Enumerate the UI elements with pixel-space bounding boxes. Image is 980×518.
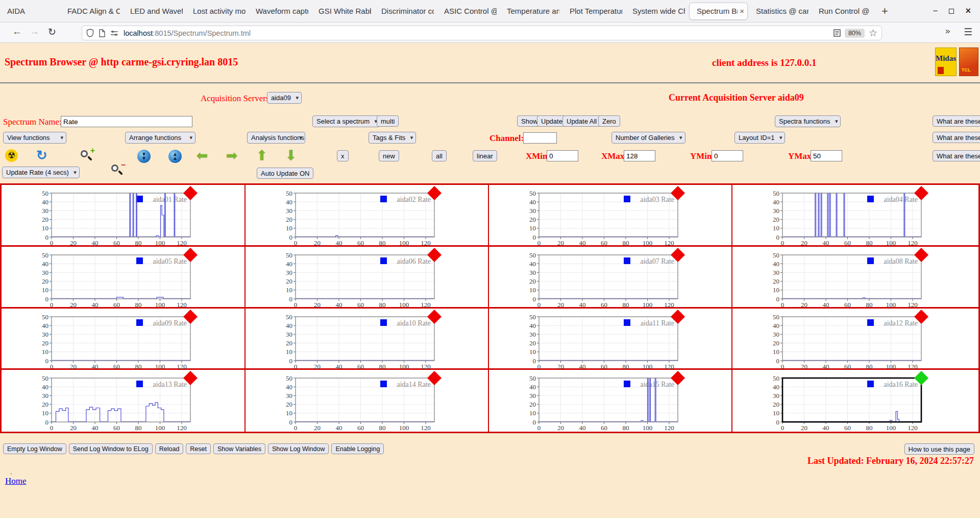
- spectrum-chart-aida13[interactable]: aida13 Rate01020304050020406080100120: [28, 370, 202, 432]
- shield-icon[interactable]: [86, 29, 94, 37]
- forward-icon[interactable]: →: [30, 26, 39, 37]
- update-all-button[interactable]: Update All: [562, 115, 601, 127]
- browser-tab-fadc-align-c[interactable]: FADC Align & C: [60, 0, 123, 22]
- overflow-chevrons-icon[interactable]: »: [945, 26, 950, 36]
- reload-icon[interactable]: ↻: [48, 26, 56, 38]
- spectrum-chart-aida16[interactable]: aida16 Rate01020304050020406080100120: [759, 370, 933, 432]
- spectrum-cell-aida07[interactable]: aida07 Rate01020304050020406080100120: [489, 247, 732, 309]
- radiation-icon[interactable]: ☢: [5, 149, 18, 162]
- spectrum-name-input[interactable]: [61, 116, 192, 127]
- spectrum-chart-aida10[interactable]: aida10 Rate01020304050020406080100120: [272, 309, 446, 371]
- what-are-these-button-1[interactable]: What are these?: [933, 115, 980, 127]
- spectrum-cell-aida09[interactable]: aida09 Rate01020304050020406080100120: [2, 309, 246, 370]
- zero-button[interactable]: Zero: [598, 115, 620, 127]
- browser-tab-asic-control[interactable]: ASIC Control @: [437, 0, 500, 22]
- xmax-input[interactable]: [624, 150, 655, 161]
- auto-update-button[interactable]: Auto Update ON: [257, 168, 313, 179]
- spectrum-cell-aida05[interactable]: aida05 Rate01020304050020406080100120: [2, 247, 246, 309]
- maximize-icon[interactable]: [949, 9, 954, 14]
- what-are-these-button-2[interactable]: What are these?: [933, 132, 980, 143]
- zoom-in-icon[interactable]: +: [80, 149, 94, 163]
- hamburger-menu-icon[interactable]: ☰: [964, 26, 972, 38]
- spectrum-chart-aida07[interactable]: aida07 Rate01020304050020406080100120: [516, 247, 689, 309]
- browser-tab-discriminator-co[interactable]: Discriminator co: [374, 0, 437, 22]
- page-icon[interactable]: [99, 29, 106, 37]
- spectrum-cell-aida15[interactable]: aida15 Rate01020304050020406080100120: [489, 370, 732, 432]
- reset-button[interactable]: Reset: [186, 443, 211, 454]
- spectrum-cell-aida11[interactable]: aida11 Rate01020304050020406080100120: [489, 309, 732, 370]
- browser-tab-statistics-car[interactable]: Statistics @ car: [749, 0, 812, 22]
- new-button[interactable]: new: [379, 150, 399, 161]
- spectrum-chart-aida04[interactable]: aida04 Rate01020304050020406080100120: [759, 185, 933, 247]
- update-rate-select[interactable]: Update Rate (4 secs)▾: [2, 167, 80, 178]
- how-to-use-button[interactable]: How to use this page: [904, 443, 974, 455]
- empty-log-window-button[interactable]: Empty Log Window: [3, 443, 66, 454]
- spectrum-cell-aida06[interactable]: aida06 Rate01020304050020406080100120: [246, 247, 489, 309]
- spectrum-chart-aida02[interactable]: aida02 Rate01020304050020406080100120: [272, 185, 446, 247]
- spectrum-cell-aida02[interactable]: aida02 Rate01020304050020406080100120: [246, 185, 489, 247]
- tab-close-icon[interactable]: ×: [740, 7, 744, 15]
- zoom-out-icon[interactable]: −: [110, 163, 125, 178]
- scroll-up-circle-icon[interactable]: ▲▲: [168, 149, 182, 163]
- spectrum-chart-aida11[interactable]: aida11 Rate01020304050020406080100120: [516, 309, 689, 371]
- spectra-functions-select[interactable]: Spectra functions▾: [775, 115, 841, 127]
- ymin-input[interactable]: [712, 150, 743, 161]
- arrow-right-icon[interactable]: ➡: [225, 148, 239, 162]
- arrow-down-icon[interactable]: ⬇: [284, 148, 298, 162]
- spectrum-chart-aida01[interactable]: aida01 Rate01020304050020406080100120: [28, 185, 202, 247]
- channel-input[interactable]: [523, 132, 557, 144]
- ymax-input[interactable]: [811, 150, 842, 161]
- view-functions-select[interactable]: View functions▾: [3, 132, 66, 144]
- browser-tab-lost-activity-mo[interactable]: Lost activity mo: [186, 0, 249, 22]
- spectrum-cell-aida13[interactable]: aida13 Rate01020304050020406080100120: [2, 370, 246, 432]
- url-text[interactable]: localhost:8015/Spectrum/Spectrum.tml: [124, 29, 834, 37]
- spectrum-cell-aida08[interactable]: aida08 Rate01020304050020406080100120: [732, 247, 978, 309]
- spectrum-chart-aida15[interactable]: aida15 Rate01020304050020406080100120: [516, 370, 689, 432]
- number-of-galleries-select[interactable]: Number of Galleries▾: [611, 132, 685, 144]
- reader-view-icon[interactable]: [834, 29, 841, 37]
- spectrum-chart-aida08[interactable]: aida08 Rate01020304050020406080100120: [759, 247, 933, 309]
- arrange-functions-select[interactable]: Arrange functions▾: [125, 132, 195, 144]
- spectrum-chart-aida03[interactable]: aida03 Rate01020304050020406080100120: [516, 185, 689, 247]
- what-are-these-button-3[interactable]: What are these?: [933, 150, 980, 161]
- x-axis-button[interactable]: x: [337, 150, 349, 161]
- spectrum-cell-aida03[interactable]: aida03 Rate01020304050020406080100120: [489, 185, 732, 247]
- zoom-level-badge[interactable]: 80%: [845, 29, 865, 38]
- enable-logging-button[interactable]: Enable Logging: [331, 443, 384, 454]
- all-button[interactable]: all: [432, 150, 447, 161]
- linear-button[interactable]: linear: [473, 150, 497, 161]
- close-window-icon[interactable]: ×: [965, 6, 971, 16]
- browser-tab-gsi-white-rabb[interactable]: GSI White Rabb: [311, 0, 374, 22]
- browser-tab-plot-temperatur[interactable]: Plot Temperatur: [562, 0, 625, 22]
- refresh-icon[interactable]: ↻: [35, 148, 49, 162]
- browser-tab-waveform-captu[interactable]: Waveform captu: [249, 0, 311, 22]
- spectrum-cell-aida12[interactable]: aida12 Rate01020304050020406080100120: [732, 309, 978, 370]
- minimize-icon[interactable]: −: [933, 6, 938, 16]
- browser-tab-run-control-c[interactable]: Run Control @ c: [812, 0, 874, 22]
- spectrum-chart-aida05[interactable]: aida05 Rate01020304050020406080100120: [28, 247, 202, 309]
- spectrum-chart-aida12[interactable]: aida12 Rate01020304050020406080100120: [759, 309, 933, 371]
- browser-tab-led-and-wavefo[interactable]: LED and Wavefo: [123, 0, 186, 22]
- acquisition-server-select[interactable]: aida09▾: [267, 92, 302, 104]
- spectrum-cell-aida01[interactable]: aida01 Rate01020304050020406080100120: [2, 185, 246, 247]
- reload-button[interactable]: Reload: [155, 443, 184, 454]
- browser-tab-temperature-an[interactable]: Temperature an: [500, 0, 562, 22]
- spectrum-chart-aida09[interactable]: aida09 Rate01020304050020406080100120: [28, 309, 202, 371]
- show-log-window-button[interactable]: Show Log Window: [268, 443, 329, 454]
- scroll-down-circle-icon[interactable]: ▼▼: [137, 149, 151, 163]
- browser-tab-system-wide-ch[interactable]: System wide Ch: [625, 0, 688, 22]
- tags-fits-select[interactable]: Tags & Fits▾: [369, 132, 416, 144]
- back-icon[interactable]: ←: [12, 26, 22, 37]
- send-log-window-to-elog-button[interactable]: Send Log Window to ELog: [69, 443, 153, 454]
- permissions-sliders-icon[interactable]: [110, 30, 118, 37]
- analysis-functions-select[interactable]: Analysis functions▾: [247, 132, 305, 144]
- spectrum-cell-aida10[interactable]: aida10 Rate01020304050020406080100120: [246, 309, 489, 370]
- new-tab-button[interactable]: +: [874, 5, 895, 18]
- arrow-up-icon[interactable]: ⬆: [255, 148, 269, 162]
- xmin-input[interactable]: [547, 150, 578, 161]
- spectrum-cell-aida16[interactable]: aida16 Rate01020304050020406080100120: [732, 370, 978, 432]
- bookmark-star-icon[interactable]: ☆: [869, 27, 877, 39]
- select-spectrum-select[interactable]: Select a spectrum▾: [312, 115, 380, 127]
- browser-tab-aida[interactable]: AIDA: [0, 0, 60, 22]
- url-bar[interactable]: localhost:8015/Spectrum/Spectrum.tml 80%…: [82, 26, 882, 40]
